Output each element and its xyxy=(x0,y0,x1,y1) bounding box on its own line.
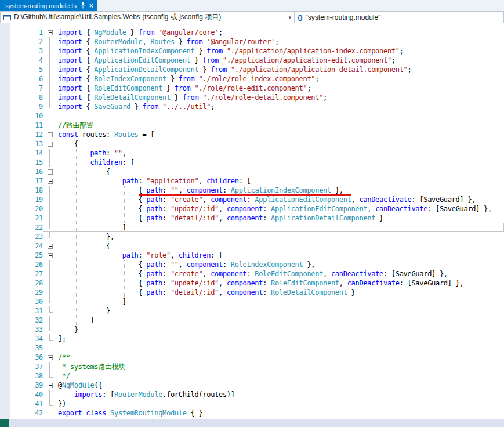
fold-margin xyxy=(43,334,57,343)
code-line[interactable]: 23 }, xyxy=(0,232,504,241)
fold-margin xyxy=(43,343,57,353)
line-number: 2 xyxy=(0,37,43,46)
fold-margin xyxy=(43,102,57,111)
code-line[interactable]: 1import { NgModule } from '@angular/core… xyxy=(0,28,504,37)
fold-collapse-icon[interactable] xyxy=(43,353,57,362)
code-line[interactable]: 32 ] xyxy=(0,316,504,325)
line-number: 18 xyxy=(0,186,43,195)
navigation-bar: D:\Github\Util\sample\Util.Samples.Webs … xyxy=(0,11,504,23)
line-number: 13 xyxy=(0,139,43,149)
code-line[interactable]: 26 { path: "", component: RoleIndexCompo… xyxy=(0,260,504,269)
code-line[interactable]: 31 } xyxy=(0,306,504,316)
code-line[interactable]: 8import { RoleDetailComponent } from "./… xyxy=(0,93,504,102)
fold-margin xyxy=(43,214,57,223)
project-dropdown[interactable]: D:\Github\Util\sample\Util.Samples.Webs … xyxy=(0,11,295,23)
code-line[interactable]: 20 { path: "update/:id", component: Appl… xyxy=(0,204,504,214)
fold-collapse-icon[interactable] xyxy=(43,139,57,149)
fold-margin xyxy=(43,186,57,195)
code-lines: 1import { NgModule } from '@angular/core… xyxy=(0,23,504,418)
fold-collapse-icon[interactable] xyxy=(43,381,57,390)
line-number: 33 xyxy=(0,325,43,334)
line-number: 29 xyxy=(0,288,43,297)
module-dropdown[interactable]: {} "system-routing.module" xyxy=(294,11,504,23)
code-line[interactable]: 5import { ApplicationDetailComponent } f… xyxy=(0,65,504,74)
code-line[interactable]: 9import { SaveGuard } from "../../util"; xyxy=(0,102,504,111)
close-icon[interactable]: × xyxy=(89,2,93,9)
pin-icon[interactable] xyxy=(81,2,85,9)
code-line[interactable]: 4import { ApplicationEditComponent } fro… xyxy=(0,56,504,65)
fold-margin xyxy=(43,288,57,297)
code-line[interactable]: 10 xyxy=(0,111,504,121)
code-line[interactable]: 25 path: "role", children: [ xyxy=(0,251,504,260)
line-number: 23 xyxy=(0,232,43,241)
code-line[interactable]: 7import { RoleEditComponent } from "./ro… xyxy=(0,84,504,93)
line-number: 16 xyxy=(0,167,43,176)
code-line[interactable]: 36/** xyxy=(0,353,504,362)
line-number: 28 xyxy=(0,278,43,288)
fold-collapse-icon[interactable] xyxy=(43,167,57,176)
code-line[interactable]: 30 ] xyxy=(0,297,504,306)
editor[interactable]: 1import { NgModule } from '@angular/core… xyxy=(0,23,504,419)
line-number: 31 xyxy=(0,306,43,316)
fold-margin xyxy=(43,306,57,316)
code-line[interactable]: 28 { path: "update/:id", component: Role… xyxy=(0,278,504,288)
fold-margin xyxy=(43,399,57,408)
code-line[interactable]: 16 { xyxy=(0,167,504,176)
code-line[interactable]: 38 */ xyxy=(0,371,504,381)
code-line[interactable]: 37 * systems路由模块 xyxy=(0,362,504,371)
code-line[interactable]: 14 path: "", xyxy=(0,149,504,158)
line-number: 26 xyxy=(0,260,43,269)
module-name: "system-routing.module" xyxy=(306,13,381,21)
fold-margin xyxy=(43,84,57,93)
fold-collapse-icon[interactable] xyxy=(43,130,57,139)
code-line[interactable]: 41}) xyxy=(0,399,504,408)
code-line[interactable]: 27 { path: "create", component: RoleEdit… xyxy=(0,269,504,278)
fold-collapse-icon[interactable] xyxy=(43,28,57,37)
fold-collapse-icon[interactable] xyxy=(43,251,57,260)
line-number: 10 xyxy=(0,111,43,121)
code-line[interactable]: 40 imports: [RouterModule.forChild(route… xyxy=(0,390,504,399)
code-line[interactable]: 2import { RouterModule, Routes } from '@… xyxy=(0,37,504,46)
code-line[interactable]: 13 { xyxy=(0,139,504,149)
horizontal-scrollbar[interactable] xyxy=(0,419,504,427)
fold-margin xyxy=(43,37,57,46)
line-number: 19 xyxy=(0,195,43,204)
line-number: 38 xyxy=(0,371,43,381)
project-icon xyxy=(3,14,11,21)
line-number: 24 xyxy=(0,241,43,251)
line-number: 37 xyxy=(0,362,43,371)
fold-margin xyxy=(43,93,57,102)
code-line[interactable]: 21 { path: "detail/:id", component: Appl… xyxy=(0,214,504,223)
tab-system-routing-module[interactable]: system-routing.module.ts × xyxy=(0,0,97,11)
fold-margin xyxy=(43,325,57,334)
project-path: D:\Github\Util\sample\Util.Samples.Webs … xyxy=(14,12,221,22)
code-line[interactable]: 6import { RoleIndexComponent } from "./r… xyxy=(0,74,504,84)
code-line[interactable]: 19 { path: "create", component: Applicat… xyxy=(0,195,504,204)
fold-margin xyxy=(43,111,57,121)
line-number: 15 xyxy=(0,158,43,167)
code-line[interactable]: 29 { path: "detail/:id", component: Role… xyxy=(0,288,504,297)
code-line[interactable]: 33 } xyxy=(0,325,504,334)
code-line[interactable]: 35 xyxy=(0,343,504,353)
code-line[interactable]: 3import { ApplicationIndexComponent } fr… xyxy=(0,46,504,56)
code-line[interactable]: 17 path: "application", children: [ xyxy=(0,176,504,186)
dropdown-arrow-icon: ▾ xyxy=(288,15,291,20)
code-line[interactable]: 39@NgModule({ xyxy=(0,381,504,390)
code-line[interactable]: 18 { path: "", component: ApplicationInd… xyxy=(0,186,504,195)
code-line[interactable]: 15 children: [ xyxy=(0,158,504,167)
line-number: 27 xyxy=(0,269,43,278)
line-number: 34 xyxy=(0,334,43,343)
line-number: 40 xyxy=(0,390,43,399)
fold-collapse-icon[interactable] xyxy=(43,241,57,251)
code-line[interactable]: 12const routes: Routes = [ xyxy=(0,130,504,139)
code-line[interactable]: 24 { xyxy=(0,241,504,251)
fold-collapse-icon[interactable] xyxy=(43,176,57,186)
line-number: 7 xyxy=(0,84,43,93)
tab-bar: system-routing.module.ts × xyxy=(0,0,504,11)
fold-margin xyxy=(43,204,57,214)
code-line[interactable]: 22 ] xyxy=(0,223,504,232)
code-line[interactable]: 11//路由配置 xyxy=(0,121,504,130)
code-line[interactable]: 34]; xyxy=(0,334,504,343)
code-line[interactable]: 42export class SystemRoutingModule { } xyxy=(0,408,504,418)
braces-icon: {} xyxy=(298,14,303,21)
